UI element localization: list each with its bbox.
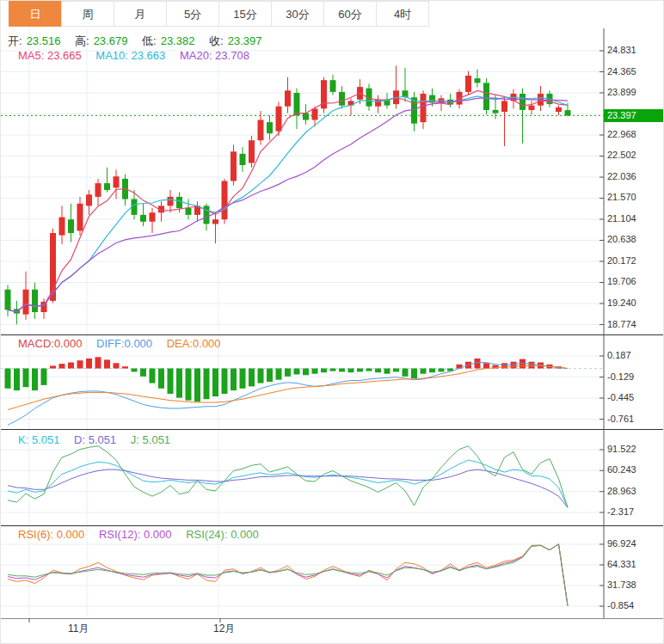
close-value: 23.397: [228, 34, 262, 47]
macd-bar: [483, 363, 489, 368]
macd-bar: [41, 369, 47, 385]
macd-bar: [158, 369, 164, 389]
macd-bar: [339, 369, 345, 372]
ohlc-summary: 开:23.516 高:23.679 低:23.382 收:23.397: [8, 34, 266, 49]
macd-bar: [23, 369, 29, 388]
macd-bar: [204, 369, 210, 400]
macd-bar: [122, 366, 128, 368]
open-label: 开:: [8, 34, 22, 47]
tab-4hour[interactable]: 4时: [376, 1, 429, 27]
macd-bar: [132, 369, 138, 372]
d-value: D: 5.051: [74, 433, 116, 446]
macd-bar: [95, 357, 101, 368]
tab-month[interactable]: 月: [114, 1, 167, 27]
macd-bar: [140, 369, 146, 377]
candle-body: [285, 90, 291, 106]
macd-bar: [421, 369, 427, 374]
macd-bar: [366, 369, 372, 371]
candle-body: [465, 76, 471, 92]
diff-value: DIFF:0.000: [96, 337, 152, 350]
rsi12-line: [8, 544, 568, 606]
candle-body: [556, 107, 562, 112]
high-value: 23.679: [94, 34, 128, 47]
tab-60min[interactable]: 60分: [323, 1, 377, 27]
last-price-badge: 23.397: [604, 109, 664, 122]
candle-body: [267, 122, 273, 133]
candle-body: [501, 101, 507, 112]
candle-body: [23, 290, 29, 315]
macd-bar: [240, 369, 246, 389]
macd-bar: [303, 369, 309, 376]
macd-bar: [50, 365, 56, 368]
macd-bar: [285, 369, 291, 377]
candle-body: [249, 140, 255, 163]
open-value: 23.516: [27, 34, 61, 47]
macd-bar: [104, 359, 110, 368]
candle-body: [222, 181, 228, 220]
macd-bar: [212, 369, 218, 397]
candle-body: [493, 110, 499, 113]
candle-body: [59, 218, 65, 236]
candle-body: [258, 120, 264, 141]
ma5-value: MA5: 23.665: [18, 49, 82, 62]
kdj-summary: K: 5.051 D: 5.051 J: 5.051: [18, 433, 175, 446]
candle-body: [330, 80, 336, 92]
macd-value: MACD:0.000: [18, 337, 82, 350]
macd-bar: [411, 369, 417, 379]
close-label: 收:: [209, 34, 224, 47]
macd-bar: [258, 369, 264, 383]
candle-body: [32, 290, 38, 312]
tab-day[interactable]: 日: [9, 1, 62, 27]
macd-bar: [114, 363, 120, 368]
macd-bar: [529, 362, 535, 369]
candle-body: [186, 208, 192, 215]
ma20-value: MA20: 23.708: [180, 49, 249, 62]
macd-bar: [168, 369, 174, 395]
candle-body: [86, 194, 92, 205]
candle-body: [339, 92, 345, 106]
high-label: 高:: [75, 34, 89, 47]
candle-body: [529, 106, 535, 110]
macd-bar: [186, 369, 192, 401]
macd-bar: [393, 369, 399, 372]
j-value: J: 5.051: [131, 433, 170, 446]
macd-bar: [429, 369, 435, 373]
macd-bar: [384, 369, 390, 374]
candle-body: [168, 197, 174, 206]
candle-body: [104, 183, 110, 190]
rsi-summary: RSI(6): 0.000 RSI(12): 0.000 RSI(24): 0.…: [18, 528, 263, 541]
candle-body: [77, 204, 83, 231]
candle-body: [312, 108, 318, 120]
candle-body: [114, 176, 120, 187]
x-axis-month-label: 11月: [68, 622, 89, 636]
macd-bar: [330, 369, 336, 371]
candle-body: [276, 107, 282, 132]
tab-5min[interactable]: 5分: [166, 1, 219, 27]
candle-body: [565, 110, 571, 115]
chart-canvas[interactable]: [1, 1, 664, 644]
low-label: 低:: [142, 34, 157, 47]
tab-30min[interactable]: 30分: [271, 1, 324, 27]
x-axis-month-label: 12月: [213, 622, 235, 636]
rsi12-value: RSI(12): 0.000: [99, 528, 172, 541]
macd-bar: [222, 369, 228, 395]
candle-body: [95, 183, 101, 197]
dea-value: DEA:0.000: [167, 337, 221, 350]
j-line: [8, 446, 568, 508]
candle-body: [294, 93, 300, 115]
macd-bar: [375, 369, 381, 373]
tab-week[interactable]: 周: [61, 1, 114, 27]
macd-bar: [86, 359, 92, 369]
macd-bar: [68, 363, 74, 369]
candle-body: [520, 94, 526, 110]
candle-body: [176, 197, 182, 208]
macd-bar: [312, 369, 318, 374]
rsi6-value: RSI(6): 0.000: [18, 528, 84, 541]
ma-summary: MA5: 23.665 MA10: 23.663 MA20: 23.708: [18, 49, 254, 62]
macd-bar: [231, 369, 237, 391]
macd-bar: [294, 369, 300, 375]
candle-body: [150, 212, 156, 221]
candle-body: [421, 94, 427, 122]
tab-15min[interactable]: 15分: [218, 1, 272, 27]
stock-chart-app: 日 周 月 5分 15分 30分 60分 4时 开:23.516 高:23.67…: [0, 0, 664, 644]
